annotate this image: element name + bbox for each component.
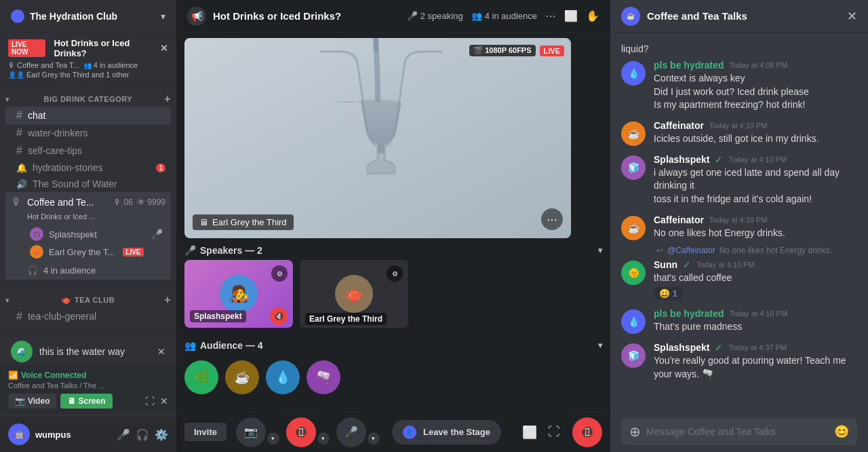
stage-user-splashspekt[interactable]: 🎧 Splashspekt 🎤 (27, 226, 165, 242)
speaker-name-bar-splashspekt: Splashspekt 🔇 (184, 305, 293, 328)
leave-stage-btn[interactable]: 👤 Leave the Stage (392, 420, 501, 445)
video-icon: 📷 (15, 396, 25, 406)
channel-self-care[interactable]: # self-care-tips (5, 142, 171, 159)
msg-text-1a: Context is always key (654, 72, 857, 86)
dm-close-btn[interactable]: ✕ (157, 346, 165, 357)
audience-header[interactable]: 👥 Audience — 4 ▾ (184, 333, 602, 355)
mute-icon: 🎤 (151, 229, 163, 240)
msg-author-5: Sunn (654, 259, 677, 270)
mic-ctrl-btn[interactable]: 🎤 (336, 417, 366, 447)
user-avatar-earlgrey: 🫖 (30, 245, 43, 259)
server-header[interactable]: The Hydration Club ▾ (0, 0, 176, 33)
voice-close-icon[interactable]: ✕ (160, 396, 168, 407)
channel-hydration-stories[interactable]: 🔔 hydration-stories 1 (5, 159, 171, 176)
speakers-toggle[interactable]: ▾ (598, 246, 602, 255)
hand-icon[interactable]: ✋ (586, 10, 599, 22)
user-avatar-splashspekt: 🎧 (30, 227, 43, 241)
chat-header: ☕ Coffee and Tea Talks ✕ (610, 0, 868, 33)
msg-time-2: Today at 4:10 PM (709, 121, 768, 130)
user-bar-actions: 🎤 🎧 ⚙️ (117, 428, 168, 441)
chat-input-wrapper: ⊕ 😊 (621, 418, 857, 445)
chat-input[interactable] (646, 426, 829, 437)
msg-content-2: Caffeinator Today at 4:10 PM Icicles out… (654, 120, 857, 146)
audience-member-3[interactable]: 💧 (266, 360, 300, 394)
camera-end-btn[interactable]: 📵 (286, 417, 316, 447)
channel-chat[interactable]: # chat (5, 107, 171, 124)
add-tea-channel-btn[interactable]: + (164, 294, 171, 306)
live-now-banner[interactable]: LIVE NOW Hot Drinks or Iced Drinks? ✕ 🎙 … (0, 33, 176, 85)
speaking-count: 🎤 2 speaking (407, 11, 463, 21)
stage-header: 📢 Hot Drinks or Iced Drinks? 🎤 2 speakin… (176, 0, 610, 33)
category-big-drink[interactable]: ▾ BIG DRINK CATEGORY + (0, 90, 176, 107)
msg-avatar-3: 🧊 (621, 155, 646, 180)
emoji-picker-icon[interactable]: 😊 (834, 424, 849, 439)
video-ctrl-group: 📷 ▾ (236, 417, 279, 447)
msg-text-7: You're really good at pouring water! Tea… (654, 354, 857, 381)
message-group-7: 🧊 Splashspekt ✓ Today at 4:37 PM You're … (610, 339, 868, 383)
stage-user-earlgrey[interactable]: 🫖 Earl Grey the T... LIVE (27, 244, 165, 260)
speaker-card-earlgrey[interactable]: ⚙ 🫖 Earl Grey the Third (300, 260, 408, 328)
water-visual (184, 38, 571, 238)
camera-ctrl-arrow[interactable]: ▾ (317, 432, 330, 445)
audience-member-4[interactable]: 🫗 (307, 360, 340, 394)
end-call-btn[interactable]: 📵 (572, 417, 602, 447)
expand-btn[interactable]: ⛶ (545, 422, 563, 442)
message-group-4: ☕ Caffeinator Today at 4:10 PM No one li… (610, 212, 868, 243)
verified-icon-3: ✓ (715, 154, 723, 165)
verified-icon-5: ✓ (683, 259, 691, 270)
voice-expand-icon[interactable]: ⛶ (145, 396, 155, 407)
video-btn[interactable]: 📷 Video (8, 394, 56, 409)
headphone-icon[interactable]: 🎧 (136, 428, 149, 441)
add-channel-btn[interactable]: + (164, 93, 171, 105)
video-ctrl-btn[interactable]: 📷 (236, 417, 266, 447)
msg-text-5: that's called coffee (654, 271, 857, 285)
message-group-6: 💧 pls be hydrated Today at 4:10 PM That'… (610, 305, 868, 337)
stage-channel[interactable]: 🎙 Coffee and Te... 🎙 06 👁 9999 Hot Drink… (5, 192, 171, 280)
speakers-section: 🎤 Speakers — 2 ▾ ⚙ 🧑‍🎤 Splashspekt 🔇 ⚙ (176, 238, 610, 333)
voice-right-actions: ⛶ ✕ (145, 394, 168, 409)
chat-close-btn[interactable]: ✕ (847, 9, 857, 24)
category-tea-club[interactable]: ▾ 🫖 TEA CLUB + (0, 291, 176, 307)
msg-author-1: pls be hydrated (654, 60, 724, 71)
settings-icon[interactable]: ⚙️ (155, 428, 168, 441)
channel-water-drinkers[interactable]: # water-drinkers (5, 124, 171, 142)
msg-content-1: pls be hydrated Today at 4:08 PM Context… (654, 60, 857, 112)
user-bar: 🤖 wumpus 🎤 🎧 ⚙️ (0, 417, 176, 452)
audience-grid: 🌿 ☕ 💧 🫗 (184, 355, 602, 400)
channel-tea-general[interactable]: # tea-club-general (5, 307, 171, 325)
speakers-header[interactable]: 🎤 Speakers — 2 ▾ (184, 238, 602, 260)
speakers-grid: ⚙ 🧑‍🎤 Splashspekt 🔇 ⚙ 🫖 Earl Grey the Th… (184, 260, 602, 333)
msg-avatar-4: ☕ (621, 216, 646, 240)
speaker-mute-icon: 🔇 (270, 307, 288, 325)
fullscreen-icon[interactable]: ⬜ (564, 10, 578, 22)
audience-toggle[interactable]: ▾ (598, 341, 602, 350)
voice-connected-subtitle: Coffee and Tea Talks / The ... (8, 381, 168, 390)
resolution-badge: 🎬 1080P 60FPS (469, 45, 535, 56)
mic-icon[interactable]: 🎤 (117, 428, 130, 441)
chat-add-icon[interactable]: ⊕ (629, 423, 641, 440)
reaction-5[interactable]: 😀 1 (654, 287, 683, 300)
stage-right-actions: ⬜ ⛶ (519, 422, 563, 442)
leave-stage-avatar: 👤 (403, 426, 416, 439)
mic-ctrl-arrow[interactable]: ▾ (368, 432, 380, 445)
msg-author-7: Splashspekt (654, 342, 709, 353)
msg-time-3: Today at 4:10 PM (728, 155, 787, 164)
audience-member-2[interactable]: ☕ (225, 360, 259, 394)
channel-sound-of-water[interactable]: 🔊 The Sound of Water (5, 176, 171, 192)
audience-member-1[interactable]: 🌿 (184, 360, 218, 394)
speaker-card-splashspekt[interactable]: ⚙ 🧑‍🎤 Splashspekt 🔇 (184, 260, 293, 328)
popout-btn[interactable]: ⬜ (519, 422, 540, 442)
more-icon[interactable]: ⋯ (545, 10, 556, 22)
video-badges: 🎬 1080P 60FPS LIVE (469, 45, 564, 56)
screen-btn[interactable]: 🖥 Screen (60, 394, 112, 409)
live-now-close-btn[interactable]: ✕ (160, 43, 168, 54)
invite-btn[interactable]: Invite (184, 423, 226, 441)
verified-icon-7: ✓ (715, 342, 723, 353)
mic-ctrl-group: 🎤 ▾ (336, 417, 380, 447)
dm-item[interactable]: 🌊 this is the water way ✕ (5, 337, 171, 365)
video-more-btn[interactable]: ⋯ (541, 208, 563, 230)
msg-text-3a: i always get one iced latte and spend al… (654, 166, 857, 193)
video-ctrl-arrow[interactable]: ▾ (267, 432, 279, 445)
stage-audience[interactable]: 🎧 4 in audience (5, 263, 171, 280)
hash-icon: # (16, 145, 22, 157)
